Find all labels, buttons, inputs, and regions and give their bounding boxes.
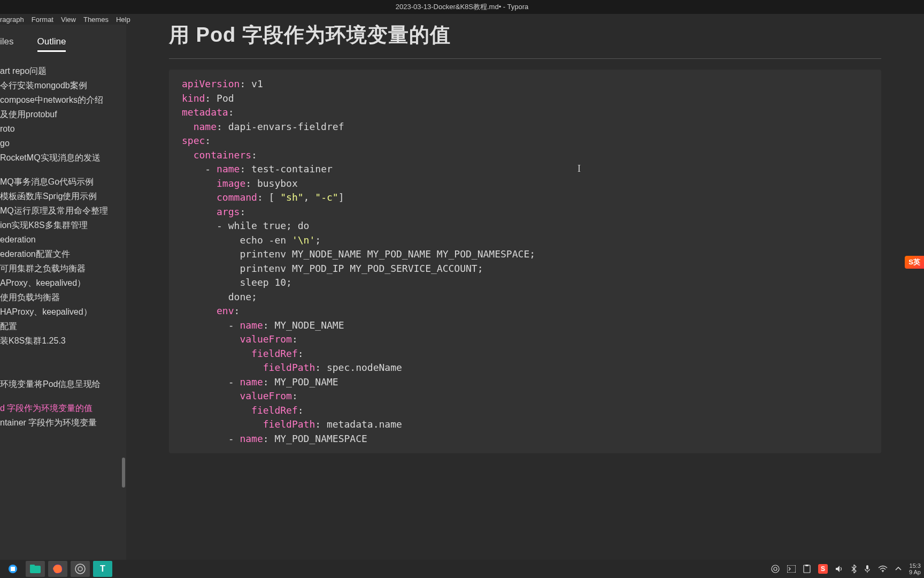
outline-item[interactable]: RocketMQ实现消息的发送	[0, 150, 126, 165]
svg-point-7	[772, 565, 779, 573]
outline-item[interactable]: compose中networks的介绍	[0, 93, 126, 107]
svg-point-13	[882, 571, 883, 572]
window-title: 2023-03-13-Docker&K8S教程.md• - Typora	[396, 2, 529, 12]
file-manager-icon[interactable]	[26, 561, 45, 577]
typora-icon[interactable]: T	[93, 561, 112, 577]
menu-format[interactable]: Format	[32, 16, 53, 24]
titlebar: 2023-03-13-Docker&K8S教程.md• - Typora	[0, 0, 924, 14]
outline-item[interactable]: art repo问题	[0, 64, 126, 78]
outline-item[interactable]: ederation配置文件	[0, 247, 126, 261]
menu-help[interactable]: Help	[116, 16, 130, 24]
taskbar: T S 15:3 9 Ap	[0, 560, 924, 578]
bluetooth-icon[interactable]	[851, 565, 857, 573]
outline-item[interactable]: HAProxy、keepalived）	[0, 305, 126, 319]
svg-point-6	[78, 567, 82, 571]
outline-item[interactable]: ederation	[0, 232, 126, 247]
obs-icon[interactable]	[71, 561, 90, 577]
menu-paragraph[interactable]: ragraph	[0, 16, 24, 24]
page-title: 用 Pod 字段作为环境变量的值	[169, 25, 881, 59]
menu-view[interactable]: View	[61, 16, 76, 24]
clipboard-tray-icon[interactable]	[803, 565, 811, 573]
svg-rect-3	[30, 565, 35, 567]
svg-rect-2	[30, 566, 41, 573]
outline-list: art repo问题令行安装mongodb案例compose中networks的…	[0, 56, 126, 578]
outline-item[interactable]: 模板函数库Sprig使用示例	[0, 189, 126, 203]
svg-point-8	[774, 567, 777, 571]
outline-item[interactable]: 配置	[0, 319, 126, 333]
outline-item[interactable]: 令行安装mongodb案例	[0, 78, 126, 93]
text-cursor: I	[578, 162, 579, 172]
outline-item[interactable]: 装K8S集群1.25.3	[0, 333, 126, 348]
wifi-icon[interactable]	[878, 565, 888, 573]
svg-rect-11	[805, 565, 808, 566]
outline-item	[0, 165, 126, 174]
outline-item[interactable]: MQ事务消息Go代码示例	[0, 174, 126, 189]
outline-item[interactable]: 使用负载均衡器	[0, 290, 126, 305]
outline-item[interactable]: 可用集群之负载均衡器	[0, 261, 126, 276]
firefox-icon[interactable]	[48, 561, 67, 577]
menu-themes[interactable]: Themes	[83, 16, 109, 24]
menubar: ragraph Format View Themes Help	[0, 14, 924, 25]
ime-tray-icon[interactable]: S	[818, 564, 828, 574]
system-tray: S 15:3 9 Ap	[771, 562, 921, 575]
outline-item[interactable]: MQ运行原理及常用命令整理	[0, 203, 126, 218]
volume-icon[interactable]	[835, 565, 844, 573]
svg-rect-1	[11, 567, 15, 571]
scrollbar-thumb[interactable]	[122, 458, 125, 488]
ime-badge[interactable]: S英	[905, 256, 924, 269]
tab-outline[interactable]: Outline	[37, 34, 66, 52]
outline-item[interactable]: 环境变量将Pod信息呈现给	[0, 377, 126, 391]
outline-item[interactable]: d 字段作为环境变量的值	[0, 401, 126, 415]
content-area[interactable]: 用 Pod 字段作为环境变量的值 I apiVersion: v1 kind: …	[126, 25, 924, 559]
chevron-up-icon[interactable]	[895, 567, 902, 571]
outline-item[interactable]: 及使用protobuf	[0, 107, 126, 121]
svg-rect-9	[787, 565, 796, 573]
obs-tray-icon[interactable]	[771, 565, 780, 573]
outline-item	[0, 348, 126, 358]
outline-item[interactable]: AProxy、keepalived）	[0, 276, 126, 290]
outline-item	[0, 391, 126, 401]
editor-main: 用 Pod 字段作为环境变量的值 I apiVersion: v1 kind: …	[126, 25, 924, 578]
microphone-icon[interactable]	[864, 565, 871, 573]
clock[interactable]: 15:3 9 Ap	[909, 562, 921, 575]
terminal-tray-icon[interactable]	[787, 565, 796, 573]
svg-point-5	[75, 564, 85, 574]
start-menu-icon[interactable]	[3, 561, 22, 577]
outline-item[interactable]: ntainer 字段作为环境变量	[0, 415, 126, 430]
outline-item[interactable]: ion实现K8S多集群管理	[0, 218, 126, 232]
svg-rect-12	[866, 565, 868, 569]
tab-files[interactable]: iles	[0, 34, 14, 52]
outline-item[interactable]: roto	[0, 121, 126, 136]
svg-rect-10	[804, 565, 810, 573]
code-content: apiVersion: v1 kind: Pod metadata: name:…	[182, 77, 868, 446]
sidebar: iles Outline art repo问题令行安装mongodb案例comp…	[0, 25, 126, 578]
outline-item	[0, 367, 126, 377]
code-block[interactable]: I apiVersion: v1 kind: Pod metadata: nam…	[169, 70, 881, 453]
outline-item[interactable]: go	[0, 136, 126, 150]
outline-item	[0, 358, 126, 367]
